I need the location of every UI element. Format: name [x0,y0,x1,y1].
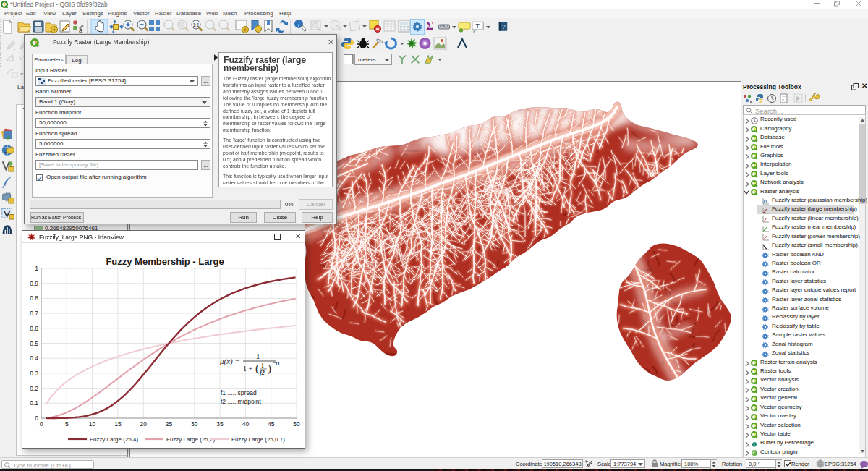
svg-text:1 +: 1 + [243,365,253,373]
svg-text:μ(x) =: μ(x) = [219,357,240,366]
svg-text:5: 5 [65,420,69,428]
svg-text:35: 35 [216,420,224,428]
svg-text:a: a [79,27,82,34]
svg-text:0.9: 0.9 [30,280,38,287]
svg-text:10: 10 [89,420,96,428]
svg-text:0.6: 0.6 [30,325,38,332]
svg-text:f2 ..... midpoint: f2 ..... midpoint [221,398,261,405]
svg-text:Fuzzy Membership - Large: Fuzzy Membership - Large [106,256,224,267]
svg-text:Fuzzy Large (25,0.7): Fuzzy Large (25,0.7) [231,436,285,443]
svg-text:0.4: 0.4 [30,355,38,362]
svg-text:30: 30 [191,420,198,428]
svg-text:−f1: −f1 [273,360,280,366]
svg-text:): ) [268,362,271,375]
svg-text:f2: f2 [260,370,265,376]
svg-text:(: ( [255,362,259,375]
svg-text:Fuzzy Large (25,4): Fuzzy Large (25,4) [90,436,138,443]
svg-text:0.3: 0.3 [30,370,38,377]
svg-text:0: 0 [35,415,38,422]
svg-text:0.2: 0.2 [30,385,38,392]
svg-text:0.8: 0.8 [30,294,38,302]
svg-text:1: 1 [256,352,260,360]
svg-text:40: 40 [242,420,250,428]
svg-text:0.5: 0.5 [30,340,38,347]
svg-text:20: 20 [140,420,147,428]
svg-text:0.1: 0.1 [30,399,38,407]
svg-text:25: 25 [166,420,173,428]
svg-text:1:1: 1:1 [193,22,200,27]
svg-text:1: 1 [35,265,38,272]
svg-text:50: 50 [293,420,300,428]
svg-text:Fuzzy Large (25,2): Fuzzy Large (25,2) [166,436,215,443]
svg-text:15: 15 [114,420,122,428]
svg-text:0: 0 [40,420,43,428]
svg-text:45: 45 [268,420,275,428]
svg-text:1: 1 [261,362,264,369]
svg-text:0.7: 0.7 [30,310,38,317]
svg-text:f1 ..... spread: f1 ..... spread [221,389,257,396]
